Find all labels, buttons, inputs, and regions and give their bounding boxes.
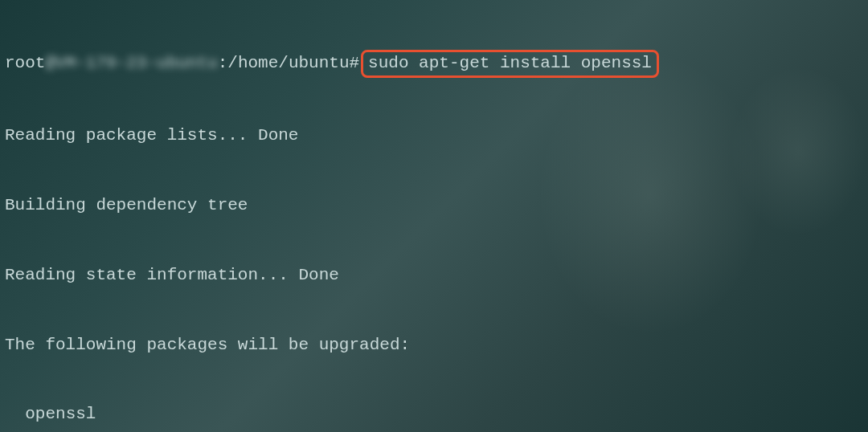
output-line: Reading state information... Done bbox=[5, 264, 863, 287]
prompt-user: root bbox=[5, 52, 45, 75]
output-line: openssl bbox=[5, 403, 863, 426]
command-text: sudo apt-get install openssl bbox=[368, 54, 652, 72]
prompt-host-blurred: @VM-179-23-ubuntu bbox=[45, 52, 217, 75]
output-line: Building dependency tree bbox=[5, 194, 863, 218]
prompt-line-1: root@VM-179-23-ubuntu:/home/ubuntu# sudo… bbox=[5, 50, 863, 78]
output-line: The following packages will be upgraded: bbox=[5, 334, 863, 357]
output-line: Reading package lists... Done bbox=[5, 124, 863, 148]
prompt-path: :/home/ubuntu# bbox=[218, 52, 359, 75]
terminal-output[interactable]: root@VM-179-23-ubuntu:/home/ubuntu# sudo… bbox=[5, 3, 863, 432]
highlighted-command: sudo apt-get install openssl bbox=[361, 50, 659, 78]
